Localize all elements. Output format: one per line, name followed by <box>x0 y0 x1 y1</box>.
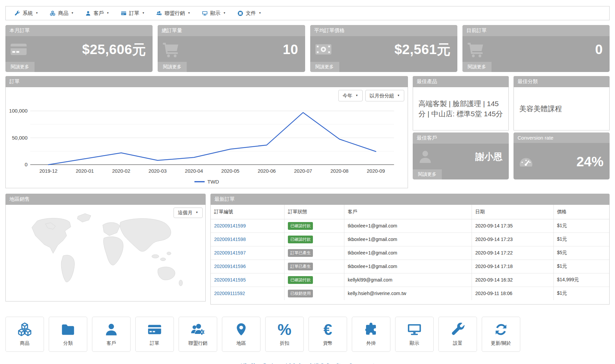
svg-text:2020-08: 2020-08 <box>331 168 349 174</box>
order-customer: tkboxlee+1@gmail.com <box>344 219 472 233</box>
shortcut-zones[interactable]: 地區 <box>222 317 260 352</box>
conversion-rate-card: Conversion rate 24% <box>514 132 610 179</box>
orders-chart-body: 今年 ▼ 以月份分組 ▼ 050,000100,0002019-122020-0… <box>5 87 408 188</box>
order-number-link[interactable]: 202009141596 <box>214 264 246 269</box>
order-number-link[interactable]: 202009141599 <box>214 223 246 228</box>
range-dropdown-button[interactable]: 今年 ▼ <box>338 90 363 101</box>
shortcut-display[interactable]: 顯示 <box>395 317 434 352</box>
gauge-icon <box>518 154 534 169</box>
chevron-down-icon: ▼ <box>188 12 190 15</box>
column-header: 日期 <box>472 205 553 219</box>
money-bill-icon <box>314 40 333 58</box>
order-price: $14,999元 <box>553 273 609 287</box>
best-category-value: 美容美體課程 <box>514 87 610 130</box>
read-more-link[interactable]: 閱讀更多 <box>310 62 339 72</box>
chart-buttons: 今年 ▼ 以月份分組 ▼ <box>9 90 404 101</box>
shortcut-orders[interactable]: 訂單 <box>135 317 174 352</box>
svg-text:2020-06: 2020-06 <box>258 168 276 174</box>
order-customer: tkboxlee+1@gmail.com <box>344 233 472 246</box>
cubes-icon <box>17 322 32 337</box>
menu-item-customers[interactable]: 客戶▼ <box>79 10 115 17</box>
menu-item-orders[interactable]: 訂單▼ <box>115 10 151 17</box>
stat-card-value: $2,561元 <box>394 40 451 59</box>
shortcut-customers[interactable]: 客戶 <box>92 317 131 352</box>
conversion-rate-value: 24% <box>576 154 603 169</box>
desktop-icon <box>202 10 208 16</box>
credit-card-icon <box>147 322 162 337</box>
read-more-link[interactable]: 閱讀更多 <box>158 62 187 72</box>
best-product-title: 最佳產品 <box>413 76 509 87</box>
stat-card-average-order-price: 平均訂單價格$2,561元閱讀更多 <box>310 25 457 72</box>
order-customer: kellykl99@gmail.com <box>344 273 472 287</box>
menu-item-label: 商品 <box>58 10 68 17</box>
order-date: 2020-09-14 16:32 <box>472 273 553 287</box>
shortcut-plugins[interactable]: 外掛 <box>352 317 390 352</box>
svg-text:TWD: TWD <box>207 179 219 185</box>
menu-item-display[interactable]: 顯示▼ <box>196 10 232 17</box>
shortcut-categories[interactable]: 分類 <box>49 317 87 352</box>
best-category-title: 最佳分類 <box>514 76 610 87</box>
shortcut-discounts[interactable]: %折扣 <box>265 317 304 352</box>
order-date: 2020-09-14 17:23 <box>472 233 553 246</box>
orders-line-chart: 050,000100,0002019-122020-012020-022020-… <box>9 101 404 187</box>
geo-range-dropdown-button[interactable]: 這個月 ▼ <box>174 208 203 218</box>
svg-text:2020-07: 2020-07 <box>294 168 312 174</box>
svg-text:50,000: 50,000 <box>12 135 27 141</box>
menu-item-documentation[interactable]: 文件▼ <box>232 10 267 17</box>
order-status-badge: 已核銷使用 <box>288 290 313 297</box>
shortcut-currencies[interactable]: €貨幣 <box>309 317 347 352</box>
euro-icon: € <box>323 322 332 337</box>
menu-item-products[interactable]: 商品▼ <box>44 10 79 17</box>
menu-item-label: 系統 <box>23 10 33 17</box>
page-footer: HikaShop Business 4.3.0, Joomla!® Online… <box>5 363 610 364</box>
shortcut-affiliate-marketing[interactable]: 聯盟行銷 <box>179 317 217 352</box>
stat-card-value: 0 <box>595 42 603 57</box>
order-number-link[interactable]: 202009141595 <box>214 277 246 283</box>
stats-row: 本月訂單$25,606元閱讀更多總訂單量10閱讀更多平均訂單價格$2,561元閱… <box>5 25 610 72</box>
table-header-row: 訂單編號訂單狀態客戶日期價格 <box>211 205 609 219</box>
shortcut-label: 貨幣 <box>323 340 333 346</box>
percent-icon: % <box>278 322 292 337</box>
orders-chart-panel-title: 訂單 <box>5 76 408 87</box>
group-by-dropdown-button[interactable]: 以月份分組 ▼ <box>365 90 404 101</box>
cart-icon <box>466 40 485 58</box>
order-price: $5元 <box>553 246 609 260</box>
hikashop-version-link[interactable]: HikaShop Business 4.3.0, Joomla!® Online… <box>241 363 374 364</box>
read-more-link[interactable]: 閱讀更多 <box>462 62 492 72</box>
stat-card-total-orders: 總訂單量10閱讀更多 <box>158 25 305 72</box>
shortcut-label: 訂單 <box>150 340 159 346</box>
order-number-link[interactable]: 202009141597 <box>214 250 246 256</box>
order-price: $1元 <box>553 219 609 233</box>
order-status-badge: 訂單已產生 <box>288 249 313 257</box>
credit-card-icon <box>121 10 127 16</box>
order-number-link[interactable]: 202009141598 <box>214 237 246 242</box>
read-more-link[interactable]: 閱讀更多 <box>413 169 442 179</box>
shortcut-label: 客戶 <box>107 340 116 346</box>
users-gear-icon <box>190 322 205 337</box>
chevron-down-icon: ▼ <box>71 12 74 15</box>
chevron-down-icon: ▼ <box>142 12 145 15</box>
users-gear-icon <box>156 10 162 16</box>
order-number-link[interactable]: 202009111592 <box>214 291 245 296</box>
shortcut-configuration[interactable]: 設置 <box>438 317 477 352</box>
order-status-badge: 已確認付款 <box>288 276 313 284</box>
best-customer-title: 最佳客戶 <box>413 132 509 144</box>
shortcut-label: 更新/關於 <box>491 340 511 346</box>
menu-item-affiliate-marketing[interactable]: 聯盟行銷▼ <box>151 10 196 17</box>
user-icon <box>104 322 119 337</box>
bottom-row: 地區銷售 這個月 ▼ <box>5 194 610 305</box>
read-more-link[interactable]: 閱讀更多 <box>5 62 35 72</box>
hikashop-dashboard: 系統▼商品▼客戶▼訂單▼聯盟行銷▼顯示▼文件▼ 本月訂單$25,606元閱讀更多… <box>0 0 615 364</box>
shortcut-label: 商品 <box>20 340 29 346</box>
shortcut-update-about[interactable]: 更新/關於 <box>482 317 520 352</box>
svg-text:100,000: 100,000 <box>9 108 27 114</box>
refresh-icon <box>494 322 508 337</box>
menu-item-system[interactable]: 系統▼ <box>8 10 44 17</box>
menu-item-label: 客戶 <box>94 10 104 17</box>
stat-card-value: 10 <box>283 42 298 57</box>
shortcut-label: 地區 <box>236 340 246 346</box>
svg-text:2020-09: 2020-09 <box>367 168 385 174</box>
order-customer: tkboxlee+1@gmail.com <box>344 260 472 273</box>
shortcut-products[interactable]: 商品 <box>5 317 44 352</box>
desktop-icon <box>407 322 422 337</box>
